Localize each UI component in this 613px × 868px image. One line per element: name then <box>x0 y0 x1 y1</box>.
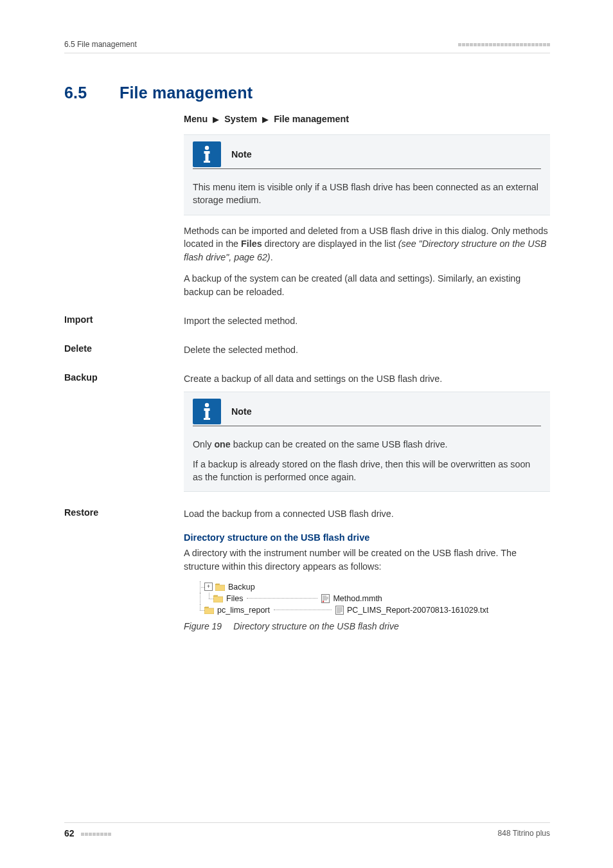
term-restore: Restore <box>64 507 177 518</box>
desc-restore: Load the backup from a connected USB fla… <box>184 507 550 521</box>
note-label: Note <box>231 149 252 159</box>
folder-icon <box>204 606 214 614</box>
info-icon <box>193 141 221 167</box>
running-head-right-deco <box>458 40 550 49</box>
breadcrumb: Menu ▶ System ▶ File management <box>184 114 550 124</box>
file-mmth-icon <box>321 594 330 603</box>
figure-caption: Figure 19Directory structure on the USB … <box>184 621 550 631</box>
breadcrumb-system: System <box>224 114 257 124</box>
file-txt-icon <box>335 606 344 615</box>
info-icon <box>193 399 221 424</box>
svg-rect-2 <box>206 151 209 161</box>
note-body-text: This menu item is visible only if a USB … <box>193 181 541 207</box>
tree-file-method: Method.mmth <box>333 594 382 603</box>
intro-para-2: A backup of the system can be created (a… <box>184 272 550 299</box>
svg-rect-6 <box>206 408 209 418</box>
note-box: Note Only one backup can be created on t… <box>184 392 550 492</box>
tree-file-pclims: PC_LIMS_Report-20070813-161029.txt <box>347 606 488 615</box>
svg-point-0 <box>205 146 209 150</box>
tree-node-files: Files <box>226 594 243 603</box>
page-number: 62 <box>64 828 75 838</box>
figure-caption-text: Directory structure on the USB flash dri… <box>233 621 399 631</box>
figure-number: Figure 19 <box>184 621 222 631</box>
directory-tree-figure: + Backup Files Method.mmth <box>195 581 550 616</box>
note2-line1: Only one backup can be created on the sa… <box>193 438 541 451</box>
svg-rect-7 <box>204 418 210 420</box>
breadcrumb-arrow-icon: ▶ <box>262 114 269 124</box>
dir-structure-para: A directory with the instrument number w… <box>184 547 550 574</box>
svg-point-9 <box>323 601 324 602</box>
section-number: 6.5 <box>64 84 120 102</box>
footer-product: 848 Titrino plus <box>498 829 550 838</box>
intro-para-1: Methods can be imported and deleted from… <box>184 224 550 265</box>
tree-expander-icon: + <box>204 583 213 591</box>
tree-node-backup: Backup <box>228 583 255 592</box>
term-backup: Backup <box>64 372 177 383</box>
note-label: Note <box>231 406 252 417</box>
breadcrumb-filemgmt: File management <box>274 114 349 124</box>
running-head-left: 6.5 File management <box>64 40 137 49</box>
folder-icon <box>213 595 223 602</box>
desc-import: Import the selected method. <box>184 314 550 328</box>
term-delete: Delete <box>64 343 177 354</box>
svg-rect-3 <box>204 161 210 163</box>
section-title-text: File management <box>120 84 253 102</box>
breadcrumb-arrow-icon: ▶ <box>213 114 219 124</box>
desc-delete: Delete the selected method. <box>184 343 550 357</box>
tree-node-pclims: pc_lims_report <box>217 606 270 615</box>
svg-point-4 <box>205 403 209 407</box>
note-box: Note This menu item is visible only if a… <box>184 134 550 215</box>
footer-deco <box>80 829 111 838</box>
dir-structure-heading: Directory structure on the USB flash dri… <box>184 532 550 543</box>
note2-line2: If a backup is already stored on the fla… <box>193 458 541 484</box>
folder-icon <box>215 583 225 591</box>
breadcrumb-menu: Menu <box>184 114 208 124</box>
section-heading: 6.5File management <box>64 84 550 102</box>
term-import: Import <box>64 314 177 325</box>
desc-backup: Create a backup of all data and settings… <box>184 372 550 386</box>
